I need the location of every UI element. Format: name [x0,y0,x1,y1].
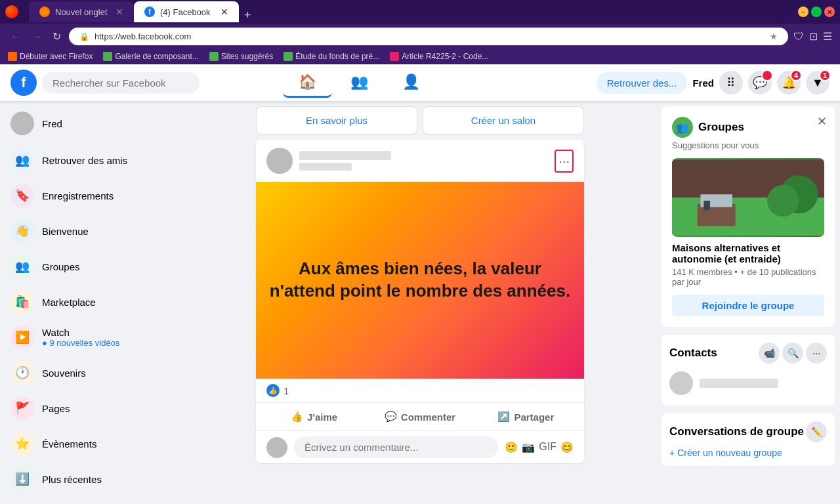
post-user-info [299,151,555,171]
reload-button[interactable]: ↻ [50,28,64,45]
sidebar-item-friends[interactable]: 👥 Retrouver des amis [5,143,178,177]
maximize-button[interactable]: □ [811,7,822,17]
gif-icon[interactable]: GIF [539,441,556,453]
address-bar[interactable]: 🔒 https://web.facebook.com ★ [69,28,788,45]
post-header: ··· [256,140,584,182]
sidebar-souvenirs-label: Souvenirs [42,368,86,379]
join-group-button[interactable]: Rejoindre le groupe [672,295,824,316]
sidebar-saves-label: Enregistrements [42,190,114,201]
post-avatar [266,148,293,174]
close-button[interactable]: ✕ [824,7,835,17]
notifications-button[interactable]: 🔔 4 [777,71,801,94]
share-button[interactable]: ↗️ Partager [473,406,579,428]
nav-home[interactable]: 🏠 [283,68,332,98]
post-options-button[interactable]: ··· [555,150,574,173]
sidebar-icon[interactable]: ⊡ [809,30,818,43]
sidebar-user-name: Fred [42,118,62,129]
apps-button[interactable]: ⠿ [719,71,743,94]
learn-more-button[interactable]: En savoir plus [256,106,417,135]
tab-close-inactive[interactable]: ✕ [116,7,123,17]
groups-close-button[interactable]: ✕ [817,114,827,129]
convos-title: Conversations de groupe [669,425,804,438]
bookmark-sites[interactable]: Sites suggérés [209,52,273,61]
fb-sidebar: Fred 👥 Retrouver des amis 🔖 Enregistreme… [0,101,184,499]
feed-top-buttons: En savoir plus Créer un salon [256,106,584,135]
sidebar-item-souvenirs[interactable]: 🕐 Souvenirs [5,356,178,390]
bookmark-label: Sites suggérés [221,52,273,61]
bookmark-label: Article R4225-2 - Code... [402,52,488,61]
bookmark-etude[interactable]: Étude du fonds de pré... [284,52,379,61]
marketplace-icon: 🛍️ [10,290,34,314]
sidebar-friends-label: Retrouver des amis [42,155,127,166]
comment-input[interactable] [294,436,498,458]
search-input[interactable] [42,72,200,94]
search-contacts-button[interactable]: 🔍 [782,343,803,364]
contact-item [669,369,827,398]
account-button[interactable]: ▼ 1 [806,71,830,94]
bookmark-article[interactable]: Article R4225-2 - Code... [390,52,488,61]
plus-icon: + [669,448,675,458]
photo-icon[interactable]: 📷 [522,441,535,453]
fb-feed: En savoir plus Créer un salon ··· [184,101,656,499]
new-convo-icon-button[interactable]: ✏️ [806,421,827,442]
emoji-icon[interactable]: 🙂 [505,441,518,453]
new-tab-button[interactable]: + [244,9,251,22]
groupes-icon: 👥 [10,255,34,278]
bookmark-label: Débuter avec Firefox [20,52,93,61]
nav-friends[interactable]: 👥 [335,68,384,98]
groups-header: 👥 Groupes [672,117,824,138]
back-button[interactable]: ← [8,28,24,45]
like-button[interactable]: 👍 J'aime [261,406,367,428]
sidebar-item-recent[interactable]: ⬇️ Plus récentes [5,462,178,496]
contacts-section: Contacts 📹 🔍 ··· [662,335,835,406]
bookmark-firefox[interactable]: Débuter avec Firefox [8,52,93,61]
friends-icon: 👥 [10,148,34,172]
forward-button[interactable]: → [29,28,45,45]
fb-right-sidebar: 👥 Groupes Suggestions pour vous ✕ [656,101,840,499]
sidebar-item-pages[interactable]: 🚩 Pages [5,391,178,425]
sidebar-item-events[interactable]: ⭐ Évènements [5,427,178,461]
sidebar-item-more[interactable]: ∨ Voir plus [5,497,178,499]
tab-close-active[interactable]: ✕ [220,7,228,17]
sidebar-item-bienvenue[interactable]: 👋 Bienvenue [5,214,178,248]
bookmark-star-icon[interactable]: ★ [770,32,778,41]
bookmark-label: Galerie de composant... [115,52,198,61]
bookmark-icon-globe [103,52,112,61]
user-avatar [10,112,34,135]
bookmarks-bar: Débuter avec Firefox Galerie de composan… [0,49,840,64]
sidebar-watch-sub: ● 9 nouvelles vidéos [42,338,119,348]
contacts-options-button[interactable]: ··· [806,343,827,364]
sticker-icon[interactable]: 😊 [560,441,574,453]
sidebar-item-groupes[interactable]: 👥 Groupes [5,249,178,284]
minimize-button[interactable]: − [798,7,808,17]
sidebar-item-watch[interactable]: ▶️ Watch ● 9 nouvelles vidéos [5,320,178,354]
groups-title: Groupes [698,121,744,134]
post-image: Aux âmes bien nées, la valeur n'attend p… [256,182,584,379]
messenger-button[interactable]: 💬 [748,71,772,94]
new-video-call-button[interactable]: 📹 [759,343,780,364]
fb-logo[interactable]: f [10,70,37,96]
menu-icon[interactable]: ☰ [823,30,832,43]
create-room-button[interactable]: Créer un salon [423,106,584,135]
browser-logo [5,5,18,18]
create-group-convo-button[interactable]: + Créer un nouveau groupe [669,448,827,458]
bookmark-icon-article [390,52,399,61]
post-username [299,151,391,160]
sidebar-marketplace-label: Marketplace [42,297,96,308]
contact-avatar [669,371,693,395]
tab-new-tab[interactable]: Nouvel onglet ✕ [29,1,134,22]
svg-rect-8 [704,201,710,211]
saves-icon: 🔖 [10,184,34,207]
souvenirs-icon: 🕐 [10,361,34,385]
find-friends-button[interactable]: Retrouver des... [597,72,688,94]
bookmark-gallery[interactable]: Galerie de composant... [103,52,198,61]
browser-toolbar: ← → ↻ 🔒 https://web.facebook.com ★ 🛡 ⊡ ☰ [0,24,840,49]
comment-button[interactable]: 💬 Commenter [367,406,472,428]
sidebar-user[interactable]: Fred [5,106,178,140]
sidebar-item-marketplace[interactable]: 🛍️ Marketplace [5,285,178,319]
groups-icon: 👥 [672,117,693,138]
sidebar-item-saves[interactable]: 🔖 Enregistrements [5,178,178,213]
group-image-svg [672,158,824,237]
tab-facebook[interactable]: f (4) Facebook ✕ [134,1,239,22]
nav-groups[interactable]: 👤 [387,68,436,98]
